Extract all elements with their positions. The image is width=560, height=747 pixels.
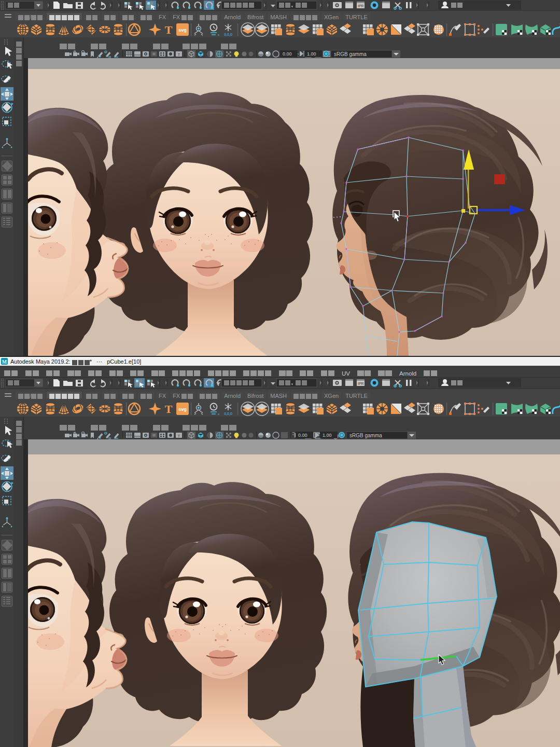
- svg-text:svg: svg: [178, 407, 187, 412]
- svg-text:svg: svg: [178, 27, 187, 33]
- svg-text:T: T: [178, 434, 180, 438]
- svg-text:0.00: 0.00: [298, 433, 307, 438]
- svg-text:0,0,0: 0,0,0: [224, 33, 232, 36]
- svg-text:T: T: [165, 23, 173, 36]
- svg-text:T: T: [165, 403, 173, 416]
- svg-text:IPR: IPR: [358, 4, 364, 8]
- svg-text:sRGB gamma: sRGB gamma: [334, 51, 367, 57]
- svg-text:1.00: 1.00: [307, 51, 316, 57]
- svg-text:T: T: [178, 52, 180, 57]
- svg-text:x: x: [218, 412, 219, 416]
- svg-text:x: x: [218, 33, 219, 36]
- svg-text:0.00: 0.00: [283, 51, 292, 57]
- svg-text:M: M: [2, 359, 7, 365]
- svg-text:0,0,0: 0,0,0: [224, 412, 232, 416]
- svg-text:IPR: IPR: [358, 382, 364, 385]
- svg-text:sRGB gamma: sRGB gamma: [349, 433, 382, 438]
- svg-text:1.00: 1.00: [323, 433, 332, 438]
